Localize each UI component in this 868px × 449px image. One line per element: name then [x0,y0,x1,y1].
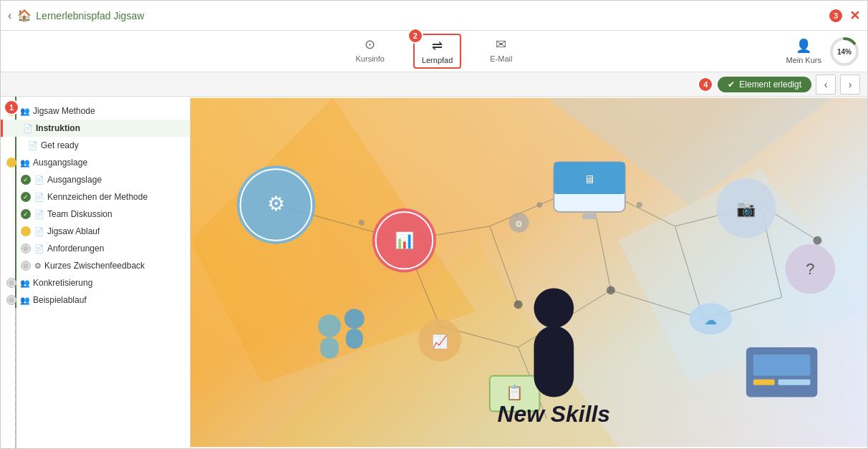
svg-text:⚙: ⚙ [267,193,285,215]
check-icon: ✔ [728,79,735,90]
sidebar-instruktion-label: Instruktion [36,123,80,133]
sidebar-konkretisierung-label: Konkretisierung [33,278,92,288]
svg-text:?: ? [806,260,814,278]
element-erledigt-label: Element erledigt [739,79,801,90]
toolbar-right: 👤 Mein Kurs 14% [786,36,860,67]
sidebar-item-team-diskussion[interactable]: ✓ 📄 Team Diskussion [1,206,190,223]
content-area: ⚙ 📊 🖥 📷 ? ☁ [191,97,867,448]
sidebar-item-anforderungen[interactable]: ⊘ 📄 Anforderungen [1,240,190,257]
kurzes-zwischenfeedback-icon: ⚙ [34,261,42,271]
sidebar-item-get-ready[interactable]: 📄 Get ready [1,137,190,154]
sidebar-item-jigsaw-methode[interactable]: 👥 Jigsaw Methode [1,102,190,120]
svg-rect-55 [534,326,574,397]
svg-rect-41 [753,354,811,376]
toolbar: ⊙ Kursinfo 2 ⇌ Lernpfad ✉ E-Mail 👤 Mein … [1,31,867,72]
svg-text:📷: 📷 [736,199,756,218]
back-button[interactable]: ‹ [8,9,11,22]
svg-text:New Skills: New Skills [498,401,610,427]
svg-text:⚙: ⚙ [515,219,523,229]
sidebar: 1 👥 Jigsaw Methode 📄 Instruktion 📄 Get r… [1,97,191,448]
annotation-1: 1 [4,100,19,115]
svg-point-52 [536,202,542,208]
close-button[interactable]: ✕ [849,8,860,24]
beispielablauf-icon: 👥 [20,296,30,305]
sidebar-kennzeichen-label: Kennzeichen der Methode [47,192,148,202]
konkretisierung-icon: 👥 [20,279,30,288]
sidebar-item-kennzeichen[interactable]: ✓ 📄 Kennzeichen der Methode [1,188,190,206]
toolbar-lernpfad[interactable]: 2 ⇌ Lernpfad [413,34,461,69]
get-ready-icon: 📄 [28,141,38,150]
svg-point-57 [318,314,341,337]
ausgangslage-group-icon: 👥 [20,158,30,168]
svg-text:☁: ☁ [704,313,717,327]
svg-point-59 [344,309,365,329]
element-erledigt-badge: ✔ Element erledigt [718,77,811,92]
sidebar-kurzes-zwischenfeedback-label: Kurzes Zwischenfeedback [44,261,145,271]
sidebar-item-kurzes-zwischenfeedback[interactable]: ⊘ ⚙ Kurzes Zwischenfeedback [1,257,190,274]
next-button[interactable]: › [840,74,860,95]
progress-pct: 14% [837,47,852,55]
home-icon: 🏠 [17,9,32,22]
sidebar-item-instruktion[interactable]: 📄 Instruktion [1,120,190,137]
svg-point-50 [813,236,821,245]
toolbar-nav: ⊙ Kursinfo 2 ⇌ Lernpfad ✉ E-Mail [349,34,520,69]
sidebar-get-ready-label: Get ready [41,140,79,150]
sidebar-beispielablauf-label: Beispielablauf [33,295,87,305]
sidebar-item-ausgangslage-group[interactable]: 👥 Ausgangslage [1,154,190,171]
user-icon: 👤 [796,38,811,54]
svg-point-51 [359,220,365,226]
svg-rect-33 [582,213,597,219]
svg-point-49 [607,286,615,294]
sidebar-jigsaw-methode-label: Jigsaw Methode [33,106,95,116]
sidebar-item-beispielablauf[interactable]: ⊘ 👥 Beispielablauf [1,291,190,309]
ausgangslage-icon: 📄 [34,175,44,185]
progress-circle[interactable]: 14% [829,36,860,67]
sidebar-jigsaw-ablauf-label: Jigsaw Ablauf [47,226,100,236]
svg-point-53 [637,202,642,208]
annotation-3: 3 [828,8,844,24]
toolbar-kursinfo[interactable]: ⊙ Kursinfo [349,34,392,69]
svg-text:📋: 📋 [506,384,524,401]
sidebar-ausgangslage-label: Ausgangslage [47,175,102,185]
lernpfad-label: Lernpfad [422,56,453,64]
svg-rect-60 [346,329,363,349]
kursinfo-label: Kursinfo [356,54,385,63]
svg-rect-43 [778,380,811,385]
sidebar-item-konkretisierung[interactable]: ⊘ 👥 Konkretisierung [1,274,190,291]
sidebar-anforderungen-label: Anforderungen [47,243,104,254]
svg-rect-42 [753,380,775,385]
title-bar: ‹ 🏠 Lernerlebnispfad Jigsaw 3 ✕ [1,1,867,31]
svg-rect-58 [320,337,339,359]
email-label: E-Mail [490,54,512,63]
email-icon: ✉ [496,37,506,52]
lernpfad-icon: ⇌ [432,38,443,54]
mein-kurs-button[interactable]: 👤 Mein Kurs [786,38,821,64]
sidebar-item-jigsaw-ablauf[interactable]: 📄 Jigsaw Ablauf [1,223,190,240]
content-illustration: ⚙ 📊 🖥 📷 ? ☁ [191,97,867,448]
sidebar-item-ausgangslage[interactable]: ✓ 📄 Ausgangslage [1,171,190,188]
mein-kurs-label: Mein Kurs [786,56,821,64]
annotation-2: 2 [408,28,423,44]
anforderungen-icon: 📄 [34,244,44,254]
team-diskussion-icon: 📄 [34,210,44,219]
app-window: ‹ 🏠 Lernerlebnispfad Jigsaw 3 ✕ ⊙ Kursin… [0,0,868,449]
annotation-4: 4 [698,77,713,92]
prev-button[interactable]: ‹ [816,74,836,95]
instruktion-icon: 📄 [23,124,33,133]
svg-point-48 [514,300,523,309]
status-bar: 4 ✔ Element erledigt ‹ › [1,72,867,97]
breadcrumb: Lernerlebnispfad Jigsaw [36,10,144,21]
svg-text:📈: 📈 [432,334,448,349]
jigsaw-ablauf-icon: 📄 [34,227,44,236]
kursinfo-icon: ⊙ [365,37,375,52]
sidebar-ausgangslage-group-label: Ausgangslage [33,158,87,168]
svg-text:🖥: 🖥 [584,173,595,185]
sidebar-team-diskussion-label: Team Diskussion [47,209,112,219]
svg-text:📊: 📊 [395,231,415,250]
jigsaw-methode-group-icon: 👥 [20,107,30,116]
toolbar-email[interactable]: ✉ E-Mail [483,34,519,69]
kennzeichen-icon: 📄 [34,193,44,202]
main-content: 1 👥 Jigsaw Methode 📄 Instruktion 📄 Get r… [1,97,867,448]
svg-point-54 [534,288,574,328]
